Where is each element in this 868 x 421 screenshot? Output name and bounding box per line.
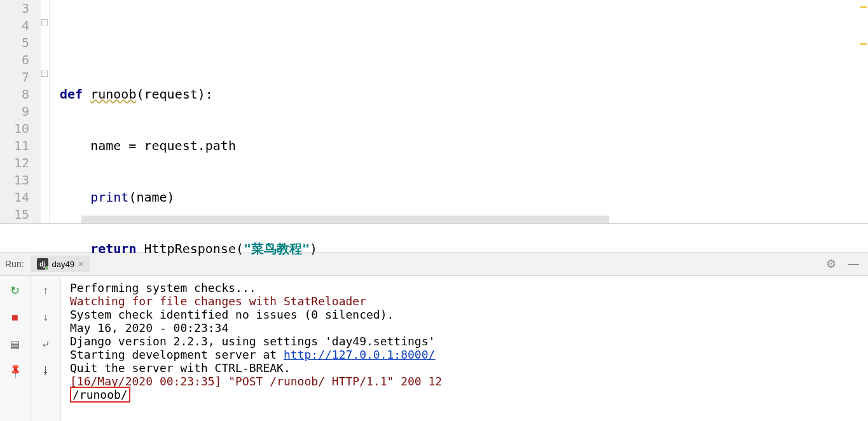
line-number: 7 [0,69,29,86]
indent [60,190,90,205]
down-button[interactable]: ↓ [38,309,54,326]
code-line: name = request.path [60,137,859,155]
django-icon: dj [37,258,48,270]
line-number: 10 [0,120,29,137]
fold-toggle-icon[interactable]: − [41,19,48,25]
line-number: 11 [0,137,29,155]
line-number-gutter: 3 4 5 6 7 8 9 10 11 12 13 14 15 [0,0,41,223]
line-number: 5 [0,34,29,52]
keyword-def: def [60,86,83,102]
run-toolbar-right: ↑ ↓ ⤶ ⭳ [31,276,61,421]
keyword-return: return [90,241,136,256]
indent [60,241,90,256]
fold-column: − ˆ [41,0,50,223]
code-text: (request): [136,86,212,102]
code-editor[interactable]: def runoob(request): name = request.path… [50,0,859,223]
line-number: 15 [0,206,29,223]
line-number: 14 [0,189,29,206]
run-panel-label: Run: [5,259,24,269]
run-toolbar-left: ↻ ■ ▤ 📌 [0,276,31,421]
function-name: runoob [90,86,136,102]
layout-button[interactable]: ▤ [7,336,24,352]
code-text: ) [310,241,317,256]
line-number: 6 [0,52,29,69]
line-number: 8 [0,86,29,103]
up-button[interactable]: ↑ [38,282,54,299]
soft-wrap-button[interactable]: ⤶ [38,336,54,352]
line-number: 4 [0,17,29,34]
line-number: 12 [0,155,29,172]
line-number: 13 [0,172,29,189]
horizontal-scrollbar[interactable] [81,216,609,223]
pin-button[interactable]: 📌 [3,359,27,383]
warning-mark-icon[interactable] [860,6,867,8]
stop-button[interactable]: ■ [7,309,24,326]
string-literal: "菜鸟教程" [244,241,310,256]
builtin-print: print [90,190,128,205]
error-stripe [859,0,868,223]
warning-mark-icon[interactable] [860,43,867,45]
scroll-to-end-button[interactable]: ⭳ [38,362,54,379]
line-number: 9 [0,103,29,120]
fold-end-icon[interactable]: ˆ [41,71,48,77]
line-number: 3 [0,0,29,17]
editor-pane: 3 4 5 6 7 8 9 10 11 12 13 14 15 − ˆ def … [0,0,868,224]
rerun-button[interactable]: ↻ [7,282,24,299]
code-text: HttpResponse( [136,241,244,256]
code-text: (name) [128,190,174,205]
